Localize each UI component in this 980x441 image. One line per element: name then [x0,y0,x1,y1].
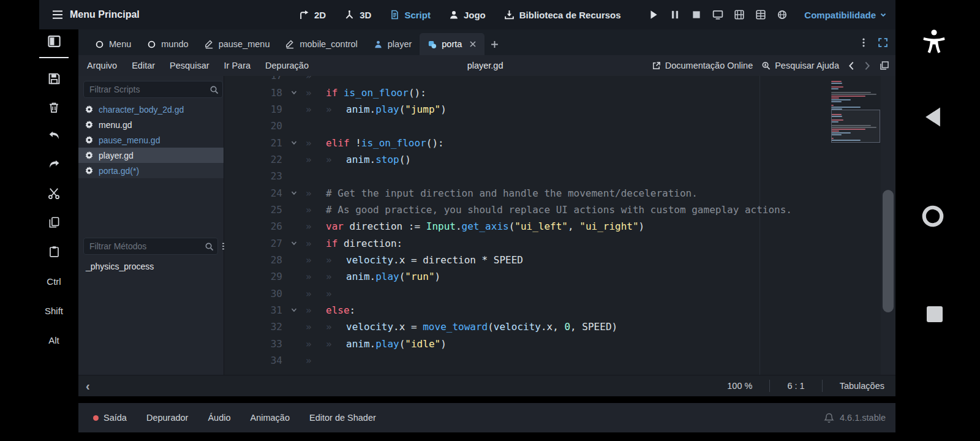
workspace-biblioteca-de-recursos[interactable]: Biblioteca de Recursos [504,10,621,20]
vertical-scrollbar[interactable] [881,76,895,375]
bottom-tab-editor-de-shader[interactable]: Editor de Shader [300,413,386,423]
code-token: , [568,221,579,232]
history-back-button[interactable] [848,61,855,70]
cut-button[interactable] [48,187,60,200]
line-number: 18 [224,87,282,99]
code-token: "run" [405,271,434,282]
scrollbar-thumb[interactable] [883,190,894,312]
scene-tab-pause-menu[interactable]: pause_menu [197,33,278,55]
code-text: »»anim.play("run") [306,271,440,282]
play-button[interactable] [648,9,659,20]
scene-tab-label: pause_menu [219,39,270,49]
code-fold-arrow[interactable] [282,89,306,96]
screen-button[interactable] [712,9,723,20]
tab-list-menu-button[interactable] [859,37,868,48]
script-item-porta-gd[interactable]: porta.gd(*) [78,163,224,178]
minimap[interactable] [831,78,880,144]
notification-bell-icon[interactable] [824,413,834,423]
trash-button[interactable] [48,100,60,114]
film2-button[interactable] [755,9,766,20]
toggle-scripts-panel-button[interactable] [880,61,889,70]
script-item-player-gd[interactable]: player.gd [78,148,224,163]
paste-button[interactable] [48,244,60,258]
workspace-2d[interactable]: 2D [299,10,326,20]
bottom-tab-label: Depurador [146,413,189,423]
code-line-28: 28»»velocity.x = direction * SPEED [224,252,881,268]
menu-depura-o[interactable]: Depuração [258,61,316,70]
search-help-button[interactable]: Pesquisar Ajuda [761,61,839,70]
modifier-key-shift[interactable]: Shift [45,306,63,316]
dock-toggle-button[interactable] [47,35,61,50]
menu-ir-para[interactable]: Ir Para [217,61,258,70]
fullscreen-button[interactable] [878,37,888,48]
filter-methods-input[interactable] [83,238,218,255]
line-number: 22 [224,154,282,165]
film-button[interactable] [734,9,745,20]
redo-button[interactable] [48,158,61,172]
menu-pesquisar[interactable]: Pesquisar [162,61,216,70]
scene-tab-player[interactable]: player [366,33,420,55]
code-text: »var direction := Input.get_axis("ui_lef… [306,221,644,232]
system-nav-bar [895,0,980,441]
bottom-tab-anima-o[interactable]: Animação [241,413,300,423]
code-fold-arrow[interactable] [282,189,306,197]
bottom-tab-depurador[interactable]: Depurador [137,413,198,423]
script-name: player.gd [99,151,134,160]
scene-tab-mundo[interactable]: mundo [139,33,196,55]
code-fold-arrow[interactable] [282,239,306,247]
online-docs-button[interactable]: Documentação Online [652,61,753,70]
script-item-pause-menu-gd[interactable]: pause_menu.gd [78,132,224,148]
android-home-button[interactable] [921,205,944,228]
globe-button[interactable] [777,9,788,20]
script-item-character-body-2d-gd[interactable]: character_body_2d.gd [78,102,224,117]
code-token: . [370,154,376,165]
menu-arquivo[interactable]: Arquivo [80,61,124,70]
workspace-script[interactable]: Script [390,10,431,20]
search-help-label: Pesquisar Ajuda [775,61,839,70]
android-back-button[interactable] [922,105,943,129]
main-menu-button[interactable]: Menu Principal [51,9,140,20]
pause-button[interactable] [669,9,680,20]
close-tab-icon[interactable] [469,40,477,48]
stop-button[interactable] [691,9,702,20]
save-button[interactable] [48,72,61,85]
renderer-select[interactable]: Compatibilidade [804,10,887,20]
script-item-menu-gd[interactable]: menu.gd [78,117,224,132]
code-fold-arrow[interactable] [282,306,306,314]
code-token: "ui_left" [514,221,568,232]
scene-tab-porta[interactable]: porta [420,33,484,55]
node-node-icon [147,40,156,49]
menu-editar[interactable]: Editar [124,61,162,70]
minimap-viewport[interactable] [831,110,880,143]
accessibility-button[interactable] [919,27,949,58]
scene-tab-label: mobile_control [300,39,357,49]
code-fold-arrow[interactable] [282,139,306,146]
workspace-jogo[interactable]: Jogo [449,10,486,20]
editor-status-bar: ‹ 100 % 6 : 1 Tabulações [78,375,895,396]
code-token: move_toward [423,321,488,333]
history-forward-button[interactable] [864,61,871,70]
add-scene-tab-button[interactable] [484,33,505,55]
android-recents-button[interactable] [925,304,944,324]
script-menu-bar: ArquivoEditarPesquisarIr ParaDepuração p… [78,55,895,76]
scene-tab-mobile-control[interactable]: mobile_control [277,33,365,55]
modifier-key-alt[interactable]: Alt [48,335,59,345]
code-token: » [306,87,326,99]
copy-button[interactable] [48,216,60,229]
method-item-physics-process[interactable]: _physics_process [78,258,224,274]
code-editor[interactable]: 17»18»if is_on_floor():19»»anim.play("ju… [224,76,895,375]
scene-tab-menu[interactable]: Menu [87,33,139,55]
code-token: anim [346,104,370,115]
code-token: » [306,187,326,199]
code-token: direction := [344,221,426,232]
filter-scripts-input[interactable] [83,81,223,98]
workspace-3d[interactable]: 3D [344,10,371,20]
bottom-tab-udio[interactable]: Áudio [198,413,240,423]
undo-button[interactable] [48,129,61,143]
plus-icon [491,40,499,48]
minimap-line [831,105,834,106]
zoom-level[interactable]: 100 % [710,381,769,391]
indent-type-button[interactable]: Tabulações [823,381,895,391]
bottom-tab-sa-da[interactable]: Saída [83,413,137,423]
modifier-key-ctrl[interactable]: Ctrl [47,276,61,287]
